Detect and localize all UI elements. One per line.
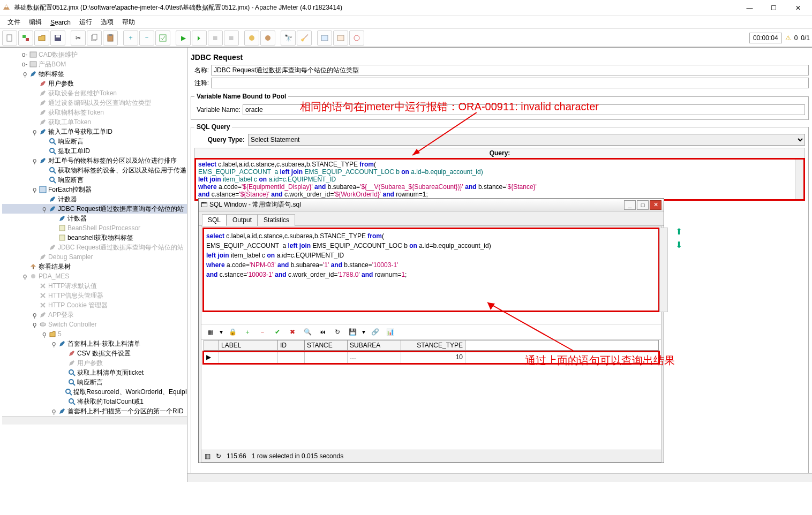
export-icon[interactable]: 💾 — [347, 327, 358, 337]
clear-all-icon[interactable]: 🧹 — [297, 31, 312, 46]
warning-icon[interactable]: ⚠ — [785, 34, 791, 42]
tree-item[interactable]: 获取物料标签Token — [2, 108, 187, 117]
tree-handle-icon[interactable]: ϙ — [41, 330, 47, 338]
sqlwin-editor[interactable]: select c.label,a.id,c.stance,c.subarea,b… — [202, 228, 660, 312]
tree-item[interactable]: o-产品BOM — [2, 59, 187, 69]
tree-item[interactable]: ϙ物料标签 — [2, 69, 187, 79]
open-icon[interactable] — [34, 31, 49, 46]
tree-handle-icon[interactable]: ϙ — [41, 205, 47, 213]
grid-header-cell[interactable]: ID — [278, 340, 305, 350]
tree-item[interactable]: 察看结果树 — [2, 262, 187, 271]
rollback-icon[interactable]: ✖ — [287, 327, 298, 337]
new-icon[interactable] — [2, 31, 17, 46]
refresh-icon[interactable]: ↻ — [332, 327, 343, 337]
tree-item[interactable]: 用户参数 — [2, 358, 187, 368]
tree-handle-icon[interactable]: ϙ — [31, 186, 37, 193]
remote-stop-icon[interactable] — [260, 31, 275, 46]
tree-handle-icon[interactable]: ϙ — [21, 70, 28, 78]
tree-item[interactable]: ϙ首套料上料-获取上料清单 — [2, 339, 187, 349]
scrollbar[interactable] — [659, 228, 668, 312]
tree-item[interactable]: 获取设备台账维护Token — [2, 88, 187, 98]
find-icon[interactable]: 🔍 — [302, 327, 313, 337]
remote-start-icon[interactable] — [244, 31, 259, 46]
grid-header-cell[interactable]: STANCE_TYPE — [401, 340, 465, 350]
toggle-icon[interactable] — [155, 31, 170, 46]
templates-icon[interactable] — [18, 31, 33, 46]
tree-handle-icon[interactable]: ϙ — [31, 311, 37, 319]
tree-item[interactable]: ϙ输入工单号获取工单ID — [2, 127, 187, 137]
tree-item[interactable]: BeanShell PostProcessor — [2, 223, 187, 233]
menu-search[interactable]: Search — [47, 18, 74, 27]
save-icon[interactable] — [50, 31, 65, 46]
tree-item[interactable]: 获取上料清单页面ticket — [2, 368, 187, 377]
first-icon[interactable]: ⏮ — [317, 327, 328, 337]
tree-item[interactable]: 响应断言 — [2, 175, 187, 185]
tree-handle-icon[interactable]: ϙ — [21, 272, 28, 280]
scrollbar[interactable] — [795, 160, 803, 199]
menu-file[interactable]: 文件 — [4, 17, 24, 28]
tree-item[interactable]: ϙJDBC Request通过数据库查询每个站位的站 — [2, 204, 187, 214]
tree-item[interactable]: HTTP请求默认值 — [2, 281, 187, 291]
commit-icon[interactable]: ✔ — [272, 327, 283, 337]
lock-icon[interactable]: 🔒 — [227, 327, 238, 337]
sqlwin-maximize[interactable]: □ — [637, 200, 649, 210]
grid-header-cell[interactable] — [204, 340, 219, 350]
stop-icon[interactable]: ⏹ — [208, 31, 223, 46]
shutdown-icon[interactable]: ⏹ — [224, 31, 239, 46]
tree-item[interactable]: 获取工单Token — [2, 117, 187, 127]
grid-icon[interactable]: ▦ — [205, 327, 215, 337]
tree-item[interactable]: HTTP Cookie 管理器 — [2, 300, 187, 310]
grid-cell[interactable] — [219, 352, 278, 363]
tree-handle-icon[interactable]: ϙ — [31, 128, 37, 135]
paste-icon[interactable] — [103, 31, 118, 46]
query-type-select[interactable]: Select Statement — [248, 134, 805, 146]
tree-handle-icon[interactable]: ϙ — [31, 321, 37, 328]
test-plan-tree[interactable]: o-CAD数据维护o-产品BOMϙ物料标签用户参数获取设备台账维护Token通过… — [0, 48, 187, 482]
close-button[interactable]: ✕ — [786, 1, 810, 16]
horizontal-scrollbar[interactable] — [2, 416, 187, 425]
help-icon[interactable] — [333, 31, 348, 46]
tree-handle-icon[interactable]: ϙ — [50, 407, 57, 415]
about-icon[interactable] — [349, 31, 364, 46]
tree-handle-icon[interactable]: o- — [21, 60, 28, 68]
tree-item[interactable]: ϙPDA_MES — [2, 271, 187, 281]
minimize-button[interactable]: — — [738, 1, 762, 16]
tree-item[interactable]: 提取工单ID — [2, 146, 187, 156]
menu-options[interactable]: 选项 — [97, 17, 117, 28]
grid-cell[interactable]: 10 — [401, 352, 465, 363]
chart-icon[interactable]: 📊 — [385, 327, 395, 337]
tree-item[interactable]: ϙForEach控制器 — [2, 185, 187, 194]
query-textarea[interactable]: select c.label,a.id,c.stance,c.subarea,b… — [194, 158, 805, 201]
tree-handle-icon[interactable]: o- — [21, 51, 28, 58]
nav-up-icon[interactable]: ⬆ — [675, 226, 682, 237]
collapse-icon[interactable]: － — [139, 31, 154, 46]
copy-icon[interactable] — [87, 31, 102, 46]
remove-icon[interactable]: － — [257, 327, 268, 337]
tree-item[interactable]: o-CAD数据维护 — [2, 50, 187, 59]
tree-item[interactable]: 计数器 — [2, 214, 187, 223]
tree-item[interactable]: JDBC Request通过数据库查询每个站位的站 — [2, 243, 187, 252]
grid-row[interactable]: ▶…10 — [204, 352, 658, 363]
tree-handle-icon[interactable]: ϙ — [50, 340, 57, 347]
tree-item[interactable]: Debug Sampler — [2, 252, 187, 262]
tab-statistics[interactable]: Statistics — [258, 214, 295, 226]
menu-help[interactable]: 帮助 — [119, 17, 138, 28]
tree-item[interactable]: 通过设备编码以及分区查询站位类型 — [2, 98, 187, 108]
sql-window[interactable]: 🗔 SQL Window - 常用查询语句.sql _ □ ✕ SQL Outp… — [198, 198, 664, 463]
start-icon[interactable]: ▶ — [176, 31, 191, 46]
tab-output[interactable]: Output — [227, 214, 258, 226]
nav-down-icon[interactable]: ⬇ — [675, 240, 682, 250]
tree-item[interactable]: HTTP信息头管理器 — [2, 291, 187, 300]
grid-header-cell[interactable]: SUBAREA — [348, 340, 401, 350]
horizontal-scrollbar[interactable] — [187, 473, 812, 482]
tree-item[interactable]: ϙSwitch Controller — [2, 320, 187, 329]
start-no-timers-icon[interactable]: ⏵ — [192, 31, 207, 46]
comment-field[interactable] — [211, 78, 809, 88]
grid-cell[interactable]: ▶ — [204, 352, 219, 363]
sqlwin-titlebar[interactable]: 🗔 SQL Window - 常用查询语句.sql _ □ ✕ — [199, 199, 664, 211]
tree-item[interactable]: CSV 数据文件设置 — [2, 349, 187, 358]
tree-item[interactable]: ϙAPP登录 — [2, 310, 187, 320]
clear-icon[interactable]: 🔭 — [281, 31, 296, 46]
grid-cell[interactable] — [278, 352, 305, 363]
tree-item[interactable]: 响应断言 — [2, 137, 187, 146]
